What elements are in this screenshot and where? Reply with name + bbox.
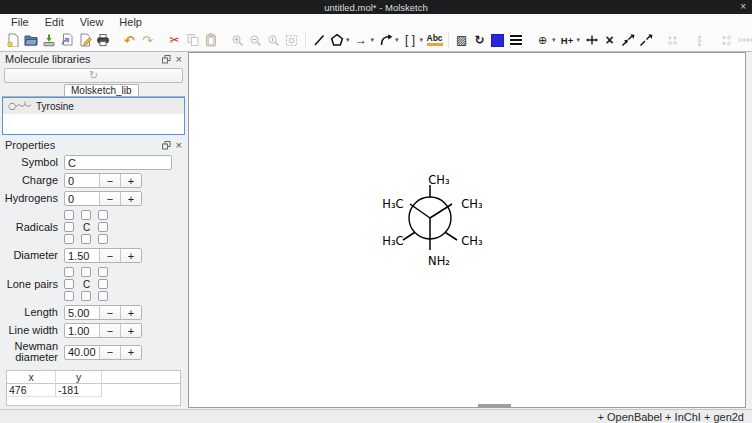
lone-pair-checkbox[interactable] — [98, 267, 108, 277]
radical-checkbox[interactable] — [64, 222, 74, 232]
properties-panel-close-icon[interactable]: × — [176, 140, 182, 150]
line-width-icon[interactable] — [507, 31, 524, 49]
line-width-minus-button[interactable]: − — [99, 324, 120, 337]
symbol-input[interactable]: C — [64, 155, 172, 170]
hatch-area-icon[interactable]: ▨ — [453, 31, 470, 49]
list-item-tyrosine[interactable]: Tyrosine — [3, 98, 184, 114]
rotate-icon[interactable]: ↻ — [471, 31, 488, 49]
flip-horizontal-icon[interactable] — [664, 31, 681, 49]
arrow-tool-dropdown-icon[interactable]: ▾ — [371, 36, 375, 44]
lone-pair-checkbox[interactable] — [64, 267, 74, 277]
open-folder-icon[interactable] — [22, 31, 39, 49]
draw-line-icon[interactable] — [310, 31, 327, 49]
flip-vertical-icon[interactable] — [691, 31, 708, 49]
color-swatch[interactable] — [489, 31, 506, 49]
export-icon[interactable] — [76, 31, 93, 49]
align-icon[interactable] — [718, 31, 735, 49]
hydrogens-plus-button[interactable]: + — [120, 192, 141, 205]
radical-checkbox[interactable] — [98, 234, 108, 244]
new-file-icon[interactable] — [4, 31, 21, 49]
hydrogen-tool-icon[interactable]: H+ — [559, 31, 576, 49]
radical-checkbox[interactable] — [98, 210, 108, 220]
curved-arrow-tool-icon[interactable] — [377, 31, 394, 49]
save-as-icon[interactable] — [58, 31, 75, 49]
newman-diameter-minus-button[interactable]: − — [99, 346, 120, 359]
molecule-drawing[interactable]: CH₃ H₃C CH₃ H₃C CH₃ NH₂ — [189, 53, 744, 407]
window-close-icon[interactable]: × — [740, 0, 746, 14]
bracket-tool-icon[interactable]: [ ] — [402, 31, 419, 49]
diameter-plus-button[interactable]: + — [120, 249, 141, 262]
radical-checkbox[interactable] — [64, 234, 74, 244]
hydrogen-tool-dropdown-icon[interactable]: ▾ — [577, 36, 581, 44]
radical-checkbox[interactable] — [81, 234, 91, 244]
zoom-in-icon[interactable] — [229, 31, 246, 49]
lone-pair-checkbox[interactable] — [81, 291, 91, 301]
library-refresh-button[interactable]: ↻ — [4, 68, 183, 83]
zoom-fit-icon[interactable] — [283, 31, 300, 49]
length-value[interactable]: 5.00 — [65, 306, 99, 319]
atom-label-lower-right[interactable]: CH₃ — [461, 234, 483, 248]
reaction-arrow-icon-2[interactable] — [637, 31, 654, 49]
newman-diameter-plus-button[interactable]: + — [120, 346, 141, 359]
distribute-icon[interactable] — [736, 31, 752, 49]
charge-plus-button[interactable]: + — [120, 174, 141, 187]
line-width-plus-button[interactable]: + — [120, 324, 141, 337]
redo-icon[interactable]: ↷ — [139, 31, 156, 49]
canvas-hscrollbar[interactable] — [478, 404, 511, 407]
length-minus-button[interactable]: − — [99, 306, 120, 319]
lone-pair-checkbox[interactable] — [98, 291, 108, 301]
diameter-minus-button[interactable]: − — [99, 249, 120, 262]
connect-tool-icon[interactable] — [583, 31, 600, 49]
newman-diameter-value[interactable]: 40.00 — [65, 346, 99, 359]
ring-tool-dropdown-icon[interactable]: ▾ — [346, 36, 350, 44]
atom-label-bottom[interactable]: NH₂ — [428, 254, 450, 268]
save-icon[interactable] — [40, 31, 57, 49]
tab-molsketch-lib[interactable]: Molsketch_lib — [64, 84, 139, 96]
zoom-original-icon[interactable] — [265, 31, 282, 49]
atom-label-upper-left[interactable]: H₃C — [382, 197, 403, 211]
library-panel-close-icon[interactable]: × — [176, 54, 182, 64]
charge-tool-dropdown-icon[interactable]: ▾ — [552, 36, 556, 44]
newman-projection-bonds[interactable] — [403, 185, 457, 250]
lone-pair-checkbox[interactable] — [64, 291, 74, 301]
coords-cell-y[interactable]: -181 — [56, 384, 102, 397]
menu-view[interactable]: View — [72, 16, 112, 28]
charge-tool-icon[interactable]: ⊕ — [534, 31, 551, 49]
diameter-value[interactable]: 1.50 — [65, 249, 99, 262]
atom-label-upper-right[interactable]: CH₃ — [461, 197, 483, 211]
charge-value[interactable]: 0 — [65, 174, 99, 187]
drawing-canvas[interactable]: CH₃ H₃C CH₃ H₃C CH₃ NH₂ — [188, 52, 746, 408]
atom-label-lower-left[interactable]: H₃C — [382, 234, 403, 248]
menu-edit[interactable]: Edit — [37, 16, 72, 28]
atom-label-top[interactable]: CH₃ — [428, 173, 450, 187]
radical-checkbox[interactable] — [98, 222, 108, 232]
print-icon[interactable] — [94, 31, 111, 49]
radical-checkbox[interactable] — [81, 210, 91, 220]
copy-icon[interactable] — [184, 31, 201, 49]
menu-file[interactable]: File — [3, 16, 37, 28]
library-panel-float-icon[interactable] — [162, 55, 171, 64]
properties-panel-float-icon[interactable] — [162, 141, 171, 150]
lone-pair-checkbox[interactable] — [81, 267, 91, 277]
zoom-out-icon[interactable] — [247, 31, 264, 49]
bracket-tool-dropdown-icon[interactable]: ▾ — [420, 36, 424, 44]
hydrogens-minus-button[interactable]: − — [99, 192, 120, 205]
lone-pair-checkbox[interactable] — [64, 279, 74, 289]
coords-cell-x[interactable]: 476 — [7, 384, 56, 397]
text-tool-icon[interactable]: Abc — [427, 34, 443, 46]
reaction-arrow-icon-1[interactable] — [619, 31, 636, 49]
length-plus-button[interactable]: + — [120, 306, 141, 319]
paste-icon[interactable] — [202, 31, 219, 49]
delete-icon[interactable]: × — [601, 31, 618, 49]
arrow-tool-icon[interactable]: → — [353, 31, 370, 49]
ring-tool-icon[interactable] — [328, 31, 345, 49]
charge-minus-button[interactable]: − — [99, 174, 120, 187]
line-width-value[interactable]: 1.00 — [65, 324, 99, 337]
curved-arrow-dropdown-icon[interactable]: ▾ — [395, 36, 399, 44]
hydrogens-value[interactable]: 0 — [65, 192, 99, 205]
menu-help[interactable]: Help — [111, 16, 150, 28]
radical-checkbox[interactable] — [64, 210, 74, 220]
cut-icon[interactable]: ✂ — [166, 31, 183, 49]
lone-pair-checkbox[interactable] — [98, 279, 108, 289]
undo-icon[interactable]: ↶ — [121, 31, 138, 49]
